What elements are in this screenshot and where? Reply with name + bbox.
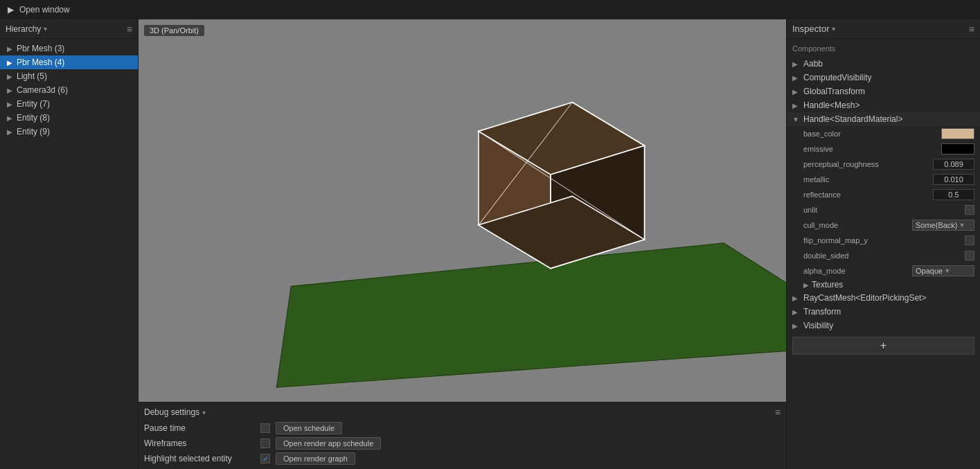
window-icon: ▶ xyxy=(6,5,15,15)
components-label: Components xyxy=(787,43,980,57)
metallic-field[interactable] xyxy=(933,174,974,185)
arrow-icon: ▶ xyxy=(6,114,14,122)
open-render-graph-button[interactable]: Open render graph xyxy=(276,452,355,465)
prop-value xyxy=(965,205,974,215)
prop-value xyxy=(941,143,974,154)
inspector-title: Inspector xyxy=(792,24,829,34)
prop-value xyxy=(933,159,974,170)
hierarchy-panel: Hierarchy ▾ ≡ ▶ Pbr Mesh (3) ▶ Pbr Mesh … xyxy=(0,19,139,469)
alpha-mode-dropdown[interactable]: Opaque ▼ xyxy=(912,265,974,276)
component-label: Transform xyxy=(803,307,841,317)
prop-label: alpha_mode xyxy=(803,267,909,275)
debug-field-label: Highlight selected entity xyxy=(144,454,255,463)
hierarchy-header: Hierarchy ▾ ≡ xyxy=(0,19,138,39)
cull-mode-dropdown[interactable]: Some(Back) ▼ xyxy=(912,220,974,231)
debug-bar-title-row: Debug settings ▾ xyxy=(144,407,206,417)
sidebar-item-entity-9[interactable]: ▶ Entity (9) xyxy=(0,125,138,139)
debug-settings-menu-icon[interactable]: ≡ xyxy=(775,407,781,418)
perceptual-roughness-field[interactable] xyxy=(933,159,974,170)
cull-mode-value: Some(Back) xyxy=(916,221,958,229)
component-label: Aabb xyxy=(803,59,823,69)
hierarchy-header-left: Hierarchy ▾ xyxy=(6,24,47,34)
sidebar-item-pbr-mesh-3[interactable]: ▶ Pbr Mesh (3) xyxy=(0,42,138,55)
unlit-checkbox[interactable] xyxy=(965,205,974,215)
sidebar-item-entity-7[interactable]: ▶ Entity (7) xyxy=(0,97,138,111)
open-render-app-schedule-button[interactable]: Open render app schedule xyxy=(276,437,381,450)
hierarchy-menu-icon[interactable]: ≡ xyxy=(127,24,132,35)
prop-cull-mode: cull_mode Some(Back) ▼ xyxy=(798,218,980,233)
prop-label: reflectance xyxy=(803,191,930,199)
add-component-button[interactable]: + xyxy=(792,337,974,355)
arrow-icon: ▶ xyxy=(792,294,801,302)
component-visibility[interactable]: ▶ Visibility xyxy=(787,319,980,333)
debug-bar-header: Debug settings ▾ ≡ xyxy=(144,407,781,418)
arrow-icon: ▼ xyxy=(792,116,801,123)
component-handle-standard-material[interactable]: ▼ Handle<StandardMaterial> xyxy=(787,112,980,126)
sidebar-item-label: Entity (8) xyxy=(17,113,50,123)
inspector-panel: Inspector ▾ ≡ Components ▶ Aabb ▶ Comput… xyxy=(786,19,980,469)
prop-reflectance: reflectance xyxy=(798,187,980,202)
debug-field-wireframes: Wireframes Open render app schedule xyxy=(144,437,781,450)
viewport-label: 3D (Pan/Orbit) xyxy=(144,25,204,36)
viewport[interactable]: 3D (Pan/Orbit) xyxy=(139,19,786,402)
hierarchy-items: ▶ Pbr Mesh (3) ▶ Pbr Mesh (4) ▶ Light (5… xyxy=(0,39,138,469)
prop-value xyxy=(965,236,974,245)
component-computed-visibility[interactable]: ▶ ComputedVisibility xyxy=(787,71,980,85)
hierarchy-chevron-icon[interactable]: ▾ xyxy=(44,25,47,33)
wireframes-checkbox[interactable] xyxy=(260,439,270,448)
prop-double-sided: double_sided xyxy=(798,248,980,263)
prop-label: metallic xyxy=(803,175,930,184)
component-label: RayCastMesh<EditorPickingSet> xyxy=(803,293,926,303)
pause-time-checkbox[interactable] xyxy=(260,423,270,433)
sidebar-item-label: Pbr Mesh (3) xyxy=(17,44,64,53)
arrow-icon: ▶ xyxy=(6,73,14,80)
component-raycast-mesh[interactable]: ▶ RayCastMesh<EditorPickingSet> xyxy=(787,291,980,305)
component-aabb[interactable]: ▶ Aabb xyxy=(787,57,980,71)
reflectance-field[interactable] xyxy=(933,189,974,200)
prop-value xyxy=(933,174,974,185)
arrow-icon: ▶ xyxy=(6,59,14,67)
center-area: 3D (Pan/Orbit) xyxy=(139,19,786,469)
sidebar-item-entity-8[interactable]: ▶ Entity (8) xyxy=(0,111,138,125)
prop-label: emissive xyxy=(803,145,938,153)
hierarchy-title: Hierarchy xyxy=(6,24,41,34)
debug-field-pause-time: Pause time Open schedule xyxy=(144,422,781,434)
inspector-header-left: Inspector ▾ xyxy=(792,24,835,34)
arrow-icon: ▶ xyxy=(6,100,14,108)
prop-label: flip_normal_map_y xyxy=(803,236,962,245)
double-sided-checkbox[interactable] xyxy=(965,251,974,260)
debug-field-highlight: Highlight selected entity Open render gr… xyxy=(144,452,781,465)
flip-normal-checkbox[interactable] xyxy=(965,236,974,245)
component-global-transform[interactable]: ▶ GlobalTransform xyxy=(787,85,980,98)
component-label: GlobalTransform xyxy=(803,87,865,96)
inspector-menu-icon[interactable]: ≡ xyxy=(969,24,974,35)
component-label: Handle<StandardMaterial> xyxy=(803,114,902,124)
arrow-icon: ▶ xyxy=(792,102,801,109)
arrow-icon: ▶ xyxy=(792,322,801,330)
emissive-color-swatch[interactable] xyxy=(941,143,974,154)
open-schedule-button[interactable]: Open schedule xyxy=(276,422,342,434)
component-handle-mesh[interactable]: ▶ Handle<Mesh> xyxy=(787,98,980,112)
window-title: Open window xyxy=(19,5,70,15)
sidebar-item-light-5[interactable]: ▶ Light (5) xyxy=(0,69,138,83)
prop-value xyxy=(965,251,974,260)
component-transform[interactable]: ▶ Transform xyxy=(787,305,980,319)
dropdown-arrow-icon: ▼ xyxy=(959,222,965,229)
debug-settings-chevron-icon[interactable]: ▾ xyxy=(202,409,206,416)
prop-perceptual-roughness: perceptual_roughness xyxy=(798,157,980,172)
title-bar: ▶ Open window xyxy=(0,0,980,19)
dropdown-arrow-icon: ▼ xyxy=(944,267,950,274)
inspector-chevron-icon[interactable]: ▾ xyxy=(832,25,835,33)
prop-label: double_sided xyxy=(803,251,962,260)
sidebar-item-label: Pbr Mesh (4) xyxy=(17,57,64,67)
textures-row[interactable]: ▶ Textures xyxy=(798,278,980,291)
debug-bar-title: Debug settings xyxy=(144,407,199,417)
highlight-selected-checkbox[interactable] xyxy=(260,454,270,463)
arrow-icon: ▶ xyxy=(792,60,801,68)
sidebar-item-pbr-mesh-4[interactable]: ▶ Pbr Mesh (4) xyxy=(0,55,138,69)
base-color-swatch[interactable] xyxy=(941,128,974,139)
sidebar-item-camera3d-6[interactable]: ▶ Camera3d (6) xyxy=(0,83,138,97)
debug-field-label: Wireframes xyxy=(144,439,255,448)
prop-emissive: emissive xyxy=(798,141,980,157)
arrow-icon: ▶ xyxy=(792,308,801,316)
